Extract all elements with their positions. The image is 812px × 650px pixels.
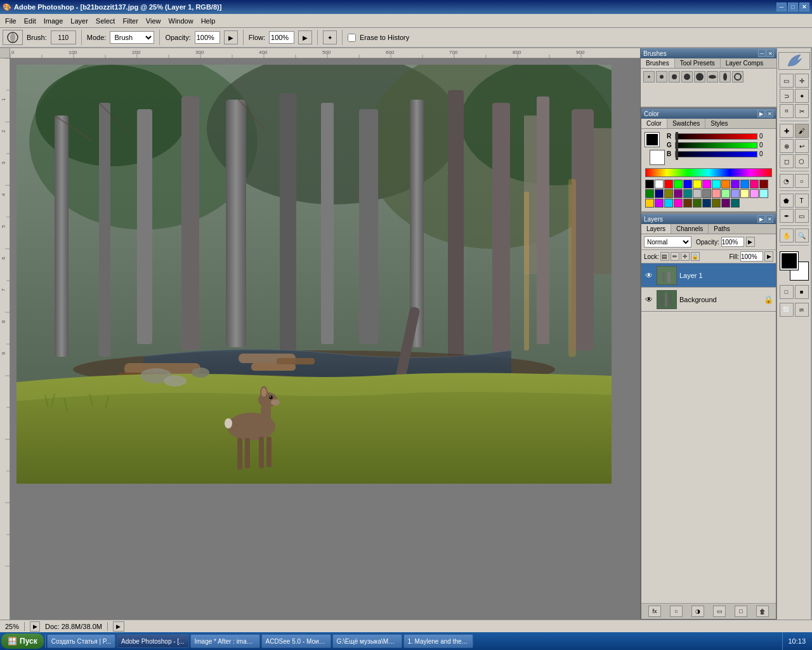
marquee-tool[interactable]: ▭	[780, 74, 794, 88]
opacity-arrow[interactable]: ▶	[224, 30, 238, 44]
opacity-arrow-btn[interactable]: ▶	[746, 237, 755, 247]
color-swatch[interactable]	[645, 180, 654, 189]
layer-visibility-bg[interactable]: 👁	[644, 295, 654, 305]
brush-thumb[interactable]	[719, 71, 731, 83]
brush-thumb[interactable]	[681, 71, 693, 83]
color-swatch[interactable]	[721, 189, 730, 198]
color-swatch[interactable]	[740, 180, 749, 189]
lock-position-btn[interactable]: ✛	[681, 252, 690, 261]
color-swatch[interactable]	[721, 180, 730, 189]
color-swatch[interactable]	[702, 189, 711, 198]
menu-window[interactable]: Window	[165, 14, 197, 27]
color-swatch[interactable]	[693, 180, 702, 189]
taskbar-app-4[interactable]: ACDSee 5.0 - Мои ри...	[261, 634, 331, 648]
menu-filter[interactable]: Filter	[119, 14, 141, 27]
erase-history-checkbox[interactable]	[348, 34, 356, 42]
heal-tool[interactable]: ✚	[780, 124, 794, 138]
panel-minimize-btn[interactable]: ─	[758, 50, 766, 57]
menu-view[interactable]: View	[142, 14, 165, 27]
fill-arrow-btn[interactable]: ▶	[764, 251, 773, 262]
path-tool[interactable]: ⬟	[780, 194, 794, 208]
taskbar-app-5[interactable]: G:\Ещё музыка\Mayl...	[332, 634, 402, 648]
lasso-tool[interactable]: ⊃	[780, 89, 794, 103]
brush-thumb[interactable]	[694, 71, 705, 83]
color-spectrum[interactable]	[645, 168, 772, 177]
panel-close-btn[interactable]: ✕	[766, 50, 774, 57]
b-slider-thumb[interactable]	[676, 150, 678, 160]
standard-mode-btn[interactable]: □	[780, 285, 794, 299]
airbrush-btn[interactable]: ✦	[323, 30, 337, 44]
color-swatch[interactable]	[740, 189, 749, 198]
channels-tab[interactable]: Channels	[671, 224, 709, 234]
zoom-tool[interactable]: 🔍	[795, 229, 809, 242]
status-arrow-btn[interactable]: ▶	[113, 621, 124, 632]
menu-layer[interactable]: Layer	[67, 14, 92, 27]
slice-tool[interactable]: ✂	[795, 104, 809, 118]
fg-color-display[interactable]	[645, 133, 659, 147]
styles-tab[interactable]: Styles	[705, 119, 733, 128]
brush-thumb[interactable]	[732, 71, 743, 83]
clone-stamp-tool[interactable]: ⊕	[780, 139, 794, 153]
blur-tool[interactable]: ◔	[780, 174, 794, 188]
mode-select[interactable]: Brush	[110, 31, 154, 44]
dodge-tool[interactable]: ○	[795, 174, 809, 188]
layer-visibility-1[interactable]: 👁	[644, 270, 654, 281]
menu-help[interactable]: Help	[197, 14, 219, 27]
color-swatch[interactable]	[683, 199, 692, 208]
new-fill-adj-layer-btn[interactable]: ◑	[691, 606, 704, 617]
start-button[interactable]: 🪟 Пуск	[1, 633, 44, 649]
lock-transparent-btn[interactable]: ▤	[660, 252, 669, 261]
taskbar-app-2[interactable]: Adobe Photoshop - [...	[117, 634, 189, 648]
color-swatch[interactable]	[655, 189, 664, 198]
color-swatch[interactable]	[674, 189, 683, 198]
r-slider-track[interactable]	[675, 133, 757, 140]
color-swatch[interactable]	[750, 189, 759, 198]
move-tool[interactable]: ✛	[795, 74, 809, 88]
color-swatch[interactable]	[702, 180, 711, 189]
color-panel-close-btn[interactable]: ✕	[766, 110, 773, 117]
color-swatch[interactable]	[693, 189, 702, 198]
pen-tool[interactable]: ✒	[780, 209, 794, 223]
color-panel-menu-btn[interactable]: ▶	[757, 110, 765, 117]
brush-tool[interactable]: 🖌	[795, 124, 809, 138]
color-swatch[interactable]	[731, 199, 740, 208]
color-swatch[interactable]	[674, 199, 683, 208]
color-swatch[interactable]	[664, 199, 673, 208]
layer-item-1[interactable]: 👁 Layer 1	[641, 263, 776, 288]
brush-preview[interactable]	[3, 30, 23, 45]
color-swatch[interactable]	[655, 199, 664, 208]
menu-edit[interactable]: Edit	[20, 14, 40, 27]
menu-select[interactable]: Select	[92, 14, 119, 27]
color-swatch[interactable]	[750, 180, 759, 189]
flow-arrow[interactable]: ▶	[298, 30, 312, 44]
menu-file[interactable]: File	[1, 14, 20, 27]
lock-all-btn[interactable]: 🔒	[691, 252, 700, 261]
imageready-btn[interactable]: IR	[795, 303, 809, 317]
color-swatch[interactable]	[683, 180, 692, 189]
layer-item-background[interactable]: 👁 Background 🔒	[641, 288, 776, 312]
brush-thumb[interactable]	[656, 71, 667, 83]
swatches-tab[interactable]: Swatches	[667, 119, 705, 128]
color-swatch[interactable]	[664, 180, 673, 189]
type-tool[interactable]: T	[795, 194, 809, 208]
color-tab[interactable]: Color	[641, 119, 667, 128]
color-swatch[interactable]	[712, 180, 721, 189]
color-swatch[interactable]	[712, 189, 721, 198]
color-swatch[interactable]	[693, 199, 702, 208]
color-swatch[interactable]	[664, 189, 673, 198]
brush-thumb[interactable]	[669, 71, 680, 83]
new-layer-btn[interactable]: □	[735, 606, 747, 617]
fill-tool[interactable]: ⬡	[795, 154, 809, 168]
taskbar-app-6[interactable]: 1. Maylene and the S...	[403, 634, 473, 648]
magic-wand-tool[interactable]: ✦	[795, 89, 809, 103]
quick-mask-btn[interactable]: ■	[795, 285, 809, 299]
color-swatch[interactable]	[683, 189, 692, 198]
status-toggle-btn[interactable]: ▶	[30, 621, 40, 632]
fill-input[interactable]	[740, 251, 763, 262]
layers-tab[interactable]: Layers	[641, 224, 671, 234]
bg-color-display[interactable]	[650, 150, 664, 164]
color-swatch[interactable]	[702, 199, 711, 208]
hand-tool[interactable]: ✋	[780, 229, 794, 242]
add-layer-style-btn[interactable]: fx	[648, 606, 661, 617]
maximize-button[interactable]: □	[788, 3, 798, 11]
